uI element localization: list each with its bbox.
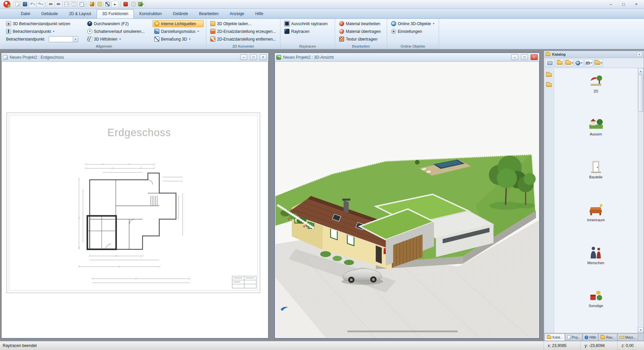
button-material-bearbeiten[interactable]: Material bearbeiten	[337, 20, 384, 27]
button-schattenverlauf[interactable]: Schattenverlauf simulieren...	[86, 28, 151, 35]
ribbon-group-raytracen: Ausschnitt raytracen Raytracen Raytracen	[280, 19, 335, 49]
3d-ansicht-minimize-button[interactable]: –	[511, 54, 518, 60]
save-button[interactable]	[21, 1, 29, 8]
shadow-simulation-icon	[87, 29, 92, 34]
catalog-item-menschen[interactable]: Menschen	[587, 245, 604, 265]
catalog-item-bauteile[interactable]: Bauteile	[588, 160, 604, 179]
window-split-horizontal-button[interactable]	[62, 1, 70, 8]
view-3d-button[interactable]: 3D	[55, 1, 62, 8]
erdgeschoss-title-bar[interactable]: Neues Projekt2 : Erdgeschoss – □ ×	[1, 53, 268, 62]
button-3d-hilfslinien[interactable]: 3D Hilfslinien▾	[86, 36, 151, 43]
button-ausschnitt-raytracen[interactable]: Ausschnitt raytracen	[283, 20, 332, 27]
maximize-button[interactable]: □	[617, 0, 630, 8]
measure-tool-button[interactable]	[104, 1, 111, 8]
drawing-tool-button[interactable]	[88, 1, 96, 8]
betrachterstandpunkt-combobox[interactable]: ▾	[49, 36, 78, 42]
catalog-scrollbar[interactable]: ▲ ▼	[638, 68, 644, 333]
tab-2d-layout[interactable]: 2D & Layout	[63, 9, 96, 18]
3d-ansicht-close-button[interactable]: ×	[531, 54, 538, 60]
catalog-item-sonstige[interactable]: Sonstige	[588, 288, 604, 308]
scroll-down-icon[interactable]: ▼	[638, 327, 644, 333]
button-3d-betrachterstandpunkt-setzen[interactable]: 3D Betrachterstandpunkt setzen	[4, 20, 84, 27]
catalog-header[interactable]: Katalog ×	[544, 51, 644, 58]
button-betrachterstandpunkt[interactable]: Betrachterstandpunkt▾	[4, 28, 84, 35]
gear-icon	[391, 29, 396, 34]
panel-tab-projekt[interactable]: Proj...	[565, 334, 582, 341]
redo-button[interactable]: ↷▾	[37, 1, 44, 8]
window-cascade-button[interactable]	[78, 1, 85, 8]
tab-hilfe[interactable]: Hilfe	[250, 9, 269, 18]
layers-tool-button[interactable]: ▾	[137, 1, 145, 8]
new-document-button[interactable]	[13, 1, 21, 8]
catalog-2d-filter-button[interactable]: 2D▾	[584, 59, 593, 67]
erdgeschoss-maximize-button[interactable]: □	[250, 54, 257, 60]
minimize-button[interactable]: –	[604, 0, 617, 8]
button-raytracen[interactable]: Raytracen	[283, 28, 332, 35]
undo-button[interactable]: ↶▾	[29, 1, 36, 8]
panel-tab-masse[interactable]: Mass...	[618, 334, 638, 341]
ribbon-group-3d-konverter: 3D Objekte laden... 2D-Ersatzdarstellung…	[206, 19, 280, 49]
scrollbar-track[interactable]	[638, 74, 644, 327]
tab-3d-funktionen[interactable]: 3D Funktionen	[97, 9, 133, 18]
material-transfer-icon	[339, 29, 344, 34]
catalog-close-icon[interactable]: ×	[637, 52, 642, 57]
tab-anzeige[interactable]: Anzeige	[224, 9, 250, 18]
ribbon-tab-row: Datei Gebäude 2D & Layout 3D Funktionen …	[0, 9, 644, 19]
help-icon: ?	[585, 336, 588, 339]
catalog-browse-button[interactable]: ▾	[565, 59, 574, 67]
catalog-computer-button[interactable]	[545, 59, 554, 67]
catalog-item-aussen[interactable]: Aussen	[588, 117, 604, 136]
tab-konstruktion[interactable]: Konstruktion	[134, 9, 167, 18]
catalog-options-button[interactable]: ▾	[594, 59, 603, 67]
button-textur-uebertragen[interactable]: Textur übertragen	[337, 36, 384, 43]
catalog-shortcut-folder-1[interactable]	[545, 71, 553, 78]
button-darstellungsmodus[interactable]: Darstellungsmodus▾	[153, 28, 204, 35]
panel-tab-raum[interactable]: Rau...	[598, 334, 617, 341]
marker-tool-button[interactable]	[122, 1, 129, 8]
3d-ansicht-title-bar[interactable]: Neues Projekt2 : 3D-Ansicht – □ ×	[275, 53, 539, 62]
button-3d-objekte-laden[interactable]: 3D Objekte laden...	[209, 20, 278, 27]
tab-gebaeude[interactable]: Gebäude	[36, 9, 63, 18]
erdgeschoss-minimize-button[interactable]: –	[240, 54, 247, 60]
panel-tab-katalog[interactable]: Katal...	[545, 334, 565, 341]
button-2d-ersatz-entfernen[interactable]: 2D-Ersatzdarstellung entfernen...	[209, 36, 278, 43]
tab-gelaende[interactable]: Gelände	[167, 9, 193, 18]
project-tab-icon	[567, 335, 571, 339]
scroll-up-icon[interactable]: ▲	[638, 68, 644, 74]
combo-dropdown-icon[interactable]: ▾	[73, 37, 78, 42]
folder-up-icon	[557, 61, 562, 65]
button-durchwandern[interactable]: Durchwandern (F2)	[86, 20, 151, 27]
ruler-tool-button[interactable]	[96, 1, 103, 8]
render-3d-viewport[interactable]	[275, 62, 539, 338]
catalog-up-button[interactable]	[555, 59, 564, 67]
catalog-online-button[interactable]: ▾	[575, 59, 583, 67]
tab-bearbeiten[interactable]: Bearbeiten	[194, 9, 224, 18]
catalog-item-2d[interactable]: 2D	[588, 74, 604, 93]
tab-datei[interactable]: Datei	[15, 9, 36, 18]
panel-tab-hilfe[interactable]: ? Hilfe	[583, 334, 598, 341]
material-edit-icon	[339, 21, 344, 26]
catalog-shortcut-folder-2[interactable]	[545, 81, 553, 89]
folder-options-icon	[595, 61, 600, 65]
catalog-thumb-menschen	[587, 245, 604, 260]
title-bar[interactable]: ↶▾ ↷▾ 2D 3D ▸ ▾ – □ ×	[0, 0, 644, 9]
view-2d-button[interactable]: 2D	[47, 1, 54, 8]
button-einstellungen[interactable]: Einstellungen	[389, 28, 436, 35]
close-button[interactable]: ×	[630, 0, 643, 8]
floor-plan-viewport[interactable]: Erdgeschoss	[2, 62, 268, 338]
select-tool-button[interactable]: ▸	[111, 1, 119, 8]
button-material-uebertragen[interactable]: Material übertragen	[337, 28, 384, 35]
erdgeschoss-close-button[interactable]: ×	[260, 54, 267, 60]
layers-icon	[138, 2, 143, 6]
app-logo-icon[interactable]	[3, 1, 10, 8]
window-split-vertical-button[interactable]	[70, 1, 77, 8]
scrollbar-thumb[interactable]	[638, 75, 643, 112]
3d-ansicht-maximize-button[interactable]: □	[521, 54, 528, 60]
button-online-3d-objekte[interactable]: Online 3D-Objekte▾	[389, 20, 436, 27]
button-interne-lichtquellen[interactable]: Interne Lichtquellen	[153, 20, 204, 27]
catalog-thumb-innenraum	[588, 202, 604, 217]
button-2d-ersatz-erzeugen[interactable]: 2D-Ersatzdarstellung erzeugen...	[209, 28, 278, 35]
catalog-item-innenraum[interactable]: Innenraum	[587, 202, 605, 222]
button-bemassung-3d[interactable]: Bemaßung 3D▾	[153, 36, 204, 43]
grid-tool-button[interactable]	[129, 1, 137, 8]
